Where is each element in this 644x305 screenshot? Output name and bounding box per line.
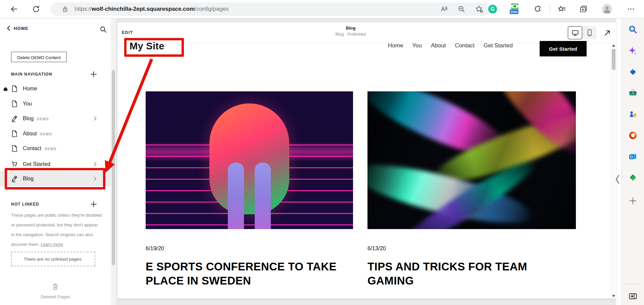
desktop-preview-button[interactable]: [568, 26, 582, 39]
add-to-sidebar-icon[interactable]: [628, 196, 638, 206]
sidebar-scrollbar-thumb[interactable]: [112, 70, 115, 265]
outlook-icon[interactable]: [628, 152, 638, 161]
delete-demo-content-button[interactable]: Delete DEMO Content: [11, 52, 67, 62]
sidebar-item-blog[interactable]: Blog: [0, 171, 111, 186]
office-icon[interactable]: [628, 131, 638, 140]
page-icon: [11, 145, 18, 152]
sidebar-item-blog-demo[interactable]: Blog DEMO: [0, 113, 111, 125]
get-started-button[interactable]: Get Started: [540, 41, 587, 56]
sidebar-item-home[interactable]: Home: [0, 83, 111, 95]
open-in-new-window-icon[interactable]: [603, 29, 611, 37]
sidebar-item-label: Contact: [23, 145, 41, 151]
blog-post-list: 6/19/20 E SPORTS CONFERENCE TO TAKE PLAC…: [146, 91, 576, 288]
url-text[interactable]: https://wolf-chinchilla-2ept.squarespace…: [75, 2, 229, 16]
grammarly-extension-icon[interactable]: G: [488, 5, 497, 13]
page-icon: [11, 85, 18, 92]
deleted-pages-label: Deleted Pages: [0, 294, 111, 299]
lock-icon[interactable]: [62, 6, 68, 12]
blog-pen-icon: [11, 115, 18, 122]
extensions-puzzle-icon[interactable]: [533, 4, 542, 14]
blog-post-card[interactable]: 6/19/20 E SPORTS CONFERENCE TO TAKE PLAC…: [146, 91, 353, 288]
main-navigation-title: MAIN NAVIGATION: [11, 72, 52, 77]
edit-button[interactable]: EDIT: [122, 30, 133, 35]
back-to-home[interactable]: HOME: [7, 26, 29, 31]
site-nav-you[interactable]: You: [412, 42, 422, 49]
read-aloud-icon[interactable]: [439, 4, 448, 14]
url-domain: wolf-chinchilla-2ept.squarespace.com: [92, 6, 195, 12]
site-nav-contact[interactable]: Contact: [455, 42, 475, 49]
msn-tree-icon[interactable]: [628, 173, 638, 183]
url-path: /config/pages: [195, 6, 229, 12]
site-nav-home[interactable]: Home: [388, 42, 403, 49]
address-bar[interactable]: https://wolf-chinchilla-2ept.squarespace…: [50, 2, 490, 16]
chevron-right-icon: [94, 176, 97, 181]
sidebar-item-get-started[interactable]: Get Started: [0, 158, 111, 170]
page-icon: [11, 100, 18, 107]
pages-sidebar: HOME Delete DEMO Content MAIN NAVIGATION…: [0, 18, 111, 305]
sidebar-item-label: Blog: [23, 176, 34, 182]
app-area: HOME Delete DEMO Content MAIN NAVIGATION…: [0, 18, 644, 305]
favorites-icon[interactable]: [557, 4, 566, 14]
demo-badge: DEMO: [45, 147, 57, 151]
post-date: 6/19/20: [146, 245, 353, 252]
sidebar-collapse-icon[interactable]: [615, 173, 620, 186]
zoom-out-icon[interactable]: [457, 4, 466, 14]
add-favorite-icon[interactable]: [475, 4, 484, 14]
add-not-linked-page-icon[interactable]: [90, 201, 97, 208]
toolbar-divider: [550, 5, 550, 13]
games-icon[interactable]: [628, 110, 638, 119]
collections-icon[interactable]: [579, 4, 588, 14]
post-title[interactable]: TIPS AND TRICKS FOR TEAM GAMING: [367, 260, 555, 288]
chevron-left-icon: [7, 26, 10, 31]
sidebar-item-label: You: [23, 101, 32, 107]
mobile-preview-button[interactable]: [582, 26, 597, 39]
data-extension-icon[interactable]: Data: [510, 3, 521, 16]
edge-sidebar-divider: [625, 284, 641, 284]
sidebar-item-label: Home: [23, 86, 37, 92]
preview-scrollbar[interactable]: [611, 43, 616, 299]
site-nav-about[interactable]: About: [431, 42, 446, 49]
close-sidebar-panel-icon[interactable]: [628, 292, 638, 301]
trash-icon: [52, 283, 59, 291]
settings-dots-icon[interactable]: [626, 5, 636, 15]
sidebar-item-label: Blog: [23, 116, 34, 122]
preview-scrollbar-thumb[interactable]: [612, 49, 615, 70]
refresh-icon[interactable]: [32, 4, 41, 14]
demo-badge: DEMO: [37, 117, 49, 121]
toolbox-icon[interactable]: [628, 88, 638, 98]
post-thumbnail-holographic[interactable]: [367, 91, 576, 229]
search-pages-icon[interactable]: [99, 26, 107, 34]
sidebar-item-contact[interactable]: Contact DEMO: [0, 142, 111, 155]
deleted-pages[interactable]: Deleted Pages: [0, 283, 111, 299]
back-icon[interactable]: [9, 4, 19, 14]
scroll-down-icon[interactable]: [612, 295, 615, 297]
site-logo[interactable]: My Site: [130, 41, 164, 52]
sidebar-item-you[interactable]: You: [0, 98, 111, 110]
bing-search-icon[interactable]: [628, 25, 638, 34]
site-nav-get-started[interactable]: Get Started: [484, 42, 513, 49]
scroll-up-icon[interactable]: [612, 44, 615, 47]
add-main-nav-page-icon[interactable]: [90, 71, 97, 78]
sidebar-scrollbar[interactable]: [111, 18, 116, 305]
page-icon: [11, 130, 18, 137]
sidebar-item-about[interactable]: About DEMO: [0, 128, 111, 140]
post-thumbnail-vaporwave[interactable]: [146, 91, 353, 229]
preview-page-info: Blog Blog · Published: [335, 26, 366, 37]
url-scheme: https://: [75, 6, 92, 12]
blog-post-card[interactable]: 6/13/20 TIPS AND TRICKS FOR TEAM GAMING: [367, 91, 576, 288]
homepage-icon: [3, 86, 8, 91]
site-navigation: Home You About Contact Get Started: [388, 42, 513, 49]
post-date: 6/13/20: [367, 245, 576, 252]
profile-avatar[interactable]: [602, 4, 612, 14]
data-extension-label: Data: [510, 9, 518, 14]
copilot-sparkle-icon[interactable]: [628, 46, 638, 56]
cart-icon: [11, 161, 18, 168]
preview-page-status: Blog · Published: [335, 32, 366, 37]
demo-badge: DEMO: [40, 132, 52, 136]
learn-more-link[interactable]: Learn more: [41, 242, 63, 247]
shopping-tag-icon[interactable]: [628, 67, 638, 77]
post-title[interactable]: E SPORTS CONFERENCE TO TAKE PLACE IN SWE…: [146, 260, 340, 288]
sidebar-item-label: About: [23, 131, 37, 137]
back-home-label: HOME: [14, 26, 29, 31]
preview-page-title: Blog: [335, 26, 366, 31]
